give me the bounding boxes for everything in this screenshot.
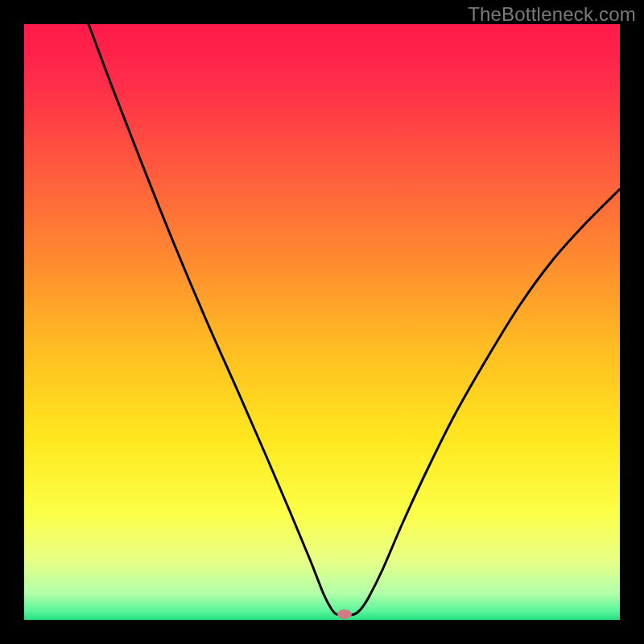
chart-outer-frame: TheBottleneck.com (0, 0, 644, 644)
gradient-background (24, 24, 620, 620)
chart-svg (24, 24, 620, 620)
optimum-marker (337, 609, 352, 619)
watermark-text: TheBottleneck.com (468, 3, 636, 26)
plot-area (24, 24, 620, 620)
